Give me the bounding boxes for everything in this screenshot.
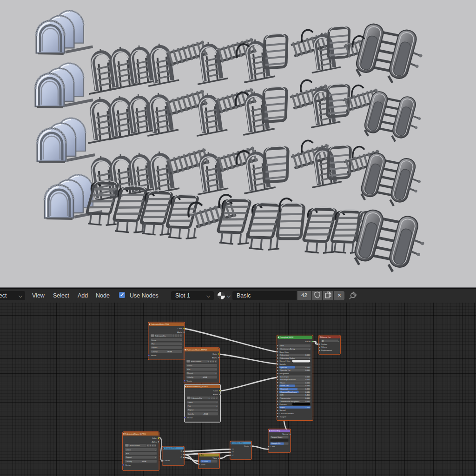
svg-text:Alpha: Alpha <box>213 393 218 396</box>
svg-text:⌄: ⌄ <box>155 449 156 451</box>
svg-text:□: □ <box>178 335 179 337</box>
svg-text:0.000: 0.000 <box>305 401 310 403</box>
svg-text:0.000: 0.000 <box>305 379 310 381</box>
svg-text:Metallic: Metallic <box>280 363 286 365</box>
svg-text:⌄: ⌄ <box>155 456 156 458</box>
svg-text:Subsurface Radius: Subsurface Radius <box>280 357 295 359</box>
svg-text:Flat: Flat <box>188 405 191 407</box>
svg-text:⌄: ⌄ <box>216 402 218 403</box>
svg-text:Normal Map: Normal Map <box>271 430 280 432</box>
svg-text:Repeat: Repeat <box>188 409 194 411</box>
svg-text:Vector: Vector <box>151 354 157 357</box>
svg-text:Alpha: Alpha <box>177 331 182 333</box>
svg-text:Add: Add <box>201 454 204 456</box>
svg-text:Volume: Volume <box>321 346 327 348</box>
svg-text:□: □ <box>147 445 148 447</box>
svg-text:⌄: ⌄ <box>216 409 218 411</box>
svg-text:BSDF: BSDF <box>305 340 311 343</box>
svg-text:⌄: ⌄ <box>338 340 339 342</box>
svg-text:Anisotropic: Anisotropic <box>280 376 289 378</box>
svg-text:Linear: Linear <box>188 402 193 403</box>
svg-text:Sheen Tint: Sheen Tint <box>280 385 289 387</box>
svg-text:□: □ <box>175 335 176 337</box>
svg-text:Base Color: Base Color <box>280 351 289 353</box>
svg-text:Strength 1.0: Strength 1.0 <box>271 443 281 444</box>
svg-text:⌄: ⌄ <box>309 348 311 350</box>
svg-text:□: □ <box>152 445 153 447</box>
svg-text:Linear: Linear <box>126 449 131 451</box>
svg-text:Combine XYZ: Combine XYZ <box>232 442 244 444</box>
svg-text:Normal: Normal <box>282 433 288 435</box>
svg-text:Color: Color <box>271 445 275 448</box>
svg-text:Alpha: Alpha <box>152 441 157 443</box>
svg-text:Transmission: Transmission <box>280 397 291 399</box>
svg-text:GGX: GGX <box>280 345 284 347</box>
svg-text:Linear: Linear <box>152 339 157 341</box>
svg-text:sRGB: sRGB <box>167 351 172 353</box>
svg-text:Christensen-Burlay: Christensen-Burlay <box>280 348 295 350</box>
svg-text:Flat: Flat <box>126 453 129 455</box>
svg-text:Separate XYZ: Separate XYZ <box>165 447 176 449</box>
svg-text:Color: Color <box>212 353 218 355</box>
svg-text:Value: Value <box>212 457 217 459</box>
svg-text:Displacement: Displacement <box>321 350 332 351</box>
svg-text:FabricatedStairs_M.PNG: FabricatedStairs_M.PNG <box>187 349 207 351</box>
svg-text:Clearcoat Roughness: Clearcoat Roughness <box>280 391 297 393</box>
svg-text:Specular Tint: Specular Tint <box>280 370 291 371</box>
svg-text:Flat: Flat <box>187 369 191 370</box>
svg-text:Material Out: Material Out <box>321 337 331 338</box>
svg-text:Tangent: Tangent <box>280 416 287 418</box>
svg-text:ColorSp: ColorSp <box>126 461 132 463</box>
svg-text:□: □ <box>213 361 214 363</box>
svg-text:Anisotropic Rotation: Anisotropic Rotation <box>280 379 296 381</box>
svg-text:⌄: ⌄ <box>215 369 217 370</box>
svg-text:0.500: 0.500 <box>305 385 310 387</box>
svg-text:X: X <box>180 450 182 452</box>
svg-text:Vector: Vector <box>187 416 193 419</box>
svg-text:Clearcoat: Clearcoat <box>280 388 288 390</box>
svg-text:0.000: 0.000 <box>305 370 310 371</box>
svg-text:□: □ <box>211 397 212 399</box>
svg-text:□: □ <box>215 361 216 363</box>
svg-text:Tangent Space: Tangent Space <box>271 436 283 438</box>
svg-text:IOR: IOR <box>280 394 284 396</box>
svg-text:All: All <box>322 340 324 342</box>
svg-text:□: □ <box>209 397 210 399</box>
svg-text:⌄: ⌄ <box>215 365 217 367</box>
svg-text:X: 0.500: X: 0.500 <box>202 461 208 463</box>
svg-text:FabricatedSta: FabricatedSta <box>155 335 165 337</box>
svg-text:FabricatedStairs_N.PNG: FabricatedStairs_N.PNG <box>126 433 146 435</box>
svg-text:Color: Color <box>178 327 183 330</box>
svg-text:1.000: 1.000 <box>305 407 310 409</box>
svg-text:Clearcoat Normal: Clearcoat Normal <box>280 412 294 415</box>
svg-text:Color: Color <box>213 390 218 392</box>
svg-text:Vector: Vector <box>126 464 131 466</box>
svg-text:Transmission Roughness: Transmission Roughness <box>280 401 300 403</box>
svg-text:□: □ <box>173 335 174 337</box>
svg-text:0.000: 0.000 <box>305 354 310 356</box>
svg-text:Alpha: Alpha <box>212 357 217 359</box>
svg-text:0.600: 0.600 <box>305 388 310 390</box>
svg-text:Linear: Linear <box>187 365 192 367</box>
svg-text:□: □ <box>155 445 156 447</box>
svg-text:Color: Color <box>152 437 157 439</box>
svg-text:Vector: Vector <box>187 380 192 382</box>
svg-text:ColorSp: ColorSp <box>187 377 193 378</box>
svg-text:FabricatedSta: FabricatedSta <box>192 397 202 399</box>
svg-text:ColorSp: ColorSp <box>152 351 158 353</box>
svg-text:ColorSp: ColorSp <box>188 413 194 415</box>
svg-text:Vector: Vector <box>165 459 170 462</box>
svg-text:Surface: Surface <box>321 344 327 345</box>
svg-text:FabricatedStairs.PNG: FabricatedStairs.PNG <box>151 323 169 325</box>
svg-text:Normal: Normal <box>280 409 286 411</box>
svg-text:□: □ <box>214 397 215 399</box>
svg-text:Y: Y <box>180 453 182 456</box>
svg-text:Principled BSDF: Principled BSDF <box>280 336 294 338</box>
svg-text:FabricatedSta: FabricatedSta <box>130 445 140 447</box>
svg-text:0.000: 0.000 <box>305 376 310 378</box>
svg-text:Sheen: Sheen <box>280 382 285 384</box>
svg-text:Emission: Emission <box>280 403 287 405</box>
svg-text:⌄: ⌄ <box>155 453 156 455</box>
svg-text:⌄: ⌄ <box>309 357 311 359</box>
svg-text:Specular: Specular <box>280 367 287 369</box>
